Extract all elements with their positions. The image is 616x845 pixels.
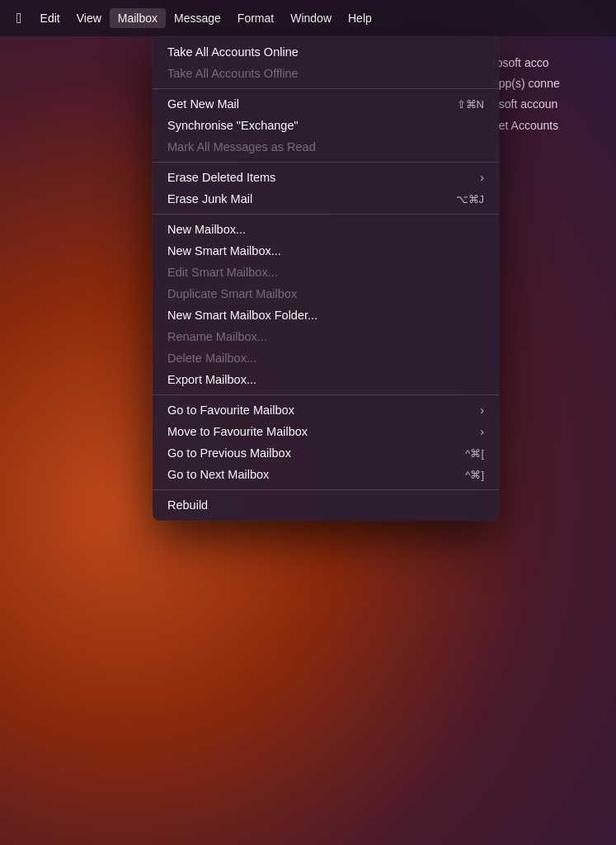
menu-item-delete-mailbox: Delete Mailbox...: [153, 347, 499, 369]
menu-item-new-smart-mailbox-folder[interactable]: New Smart Mailbox Folder...: [153, 304, 499, 326]
separator-5: [153, 489, 499, 490]
separator-3: [153, 214, 499, 215]
menu-item-new-smart-mailbox[interactable]: New Smart Mailbox...: [153, 240, 499, 262]
mailbox-dropdown-menu: Take All Accounts Online Take All Accoun…: [153, 36, 499, 521]
separator-4: [153, 394, 499, 395]
menu-item-export-mailbox[interactable]: Export Mailbox...: [153, 369, 499, 390]
menu-item-get-new-mail[interactable]: Get New Mail ⇧⌘N: [153, 93, 499, 115]
menu-item-mark-all-read: Mark All Messages as Read: [153, 136, 499, 158]
menu-view[interactable]: View: [68, 8, 110, 28]
menu-item-edit-smart-mailbox: Edit Smart Mailbox...: [153, 262, 499, 283]
menu-mailbox[interactable]: Mailbox: [110, 8, 166, 28]
bg-text-3: osoft accoun: [492, 94, 608, 115]
menu-item-rebuild[interactable]: Rebuild: [153, 494, 499, 516]
menu-item-take-all-offline: Take All Accounts Offline: [153, 63, 499, 84]
arrow-icon-go-favourite: ›: [480, 404, 484, 417]
bg-text-4: net Accounts: [492, 116, 608, 136]
menu-item-new-mailbox[interactable]: New Mailbox...: [153, 219, 499, 240]
menu-item-take-all-online[interactable]: Take All Accounts Online: [153, 41, 499, 63]
menu-item-erase-junk[interactable]: Erase Junk Mail ⌥⌘J: [153, 188, 499, 210]
menu-item-synchronise-exchange[interactable]: Synchronise "Exchange": [153, 115, 499, 136]
menu-message[interactable]: Message: [166, 8, 229, 28]
arrow-icon-erase-deleted: ›: [480, 171, 484, 184]
bg-text-1: rosoft acco: [492, 53, 608, 73]
menu-item-erase-deleted[interactable]: Erase Deleted Items ›: [153, 167, 499, 188]
menu-item-rename-mailbox: Rename Mailbox...: [153, 326, 499, 347]
menu-item-move-to-favourite[interactable]: Move to Favourite Mailbox ›: [153, 421, 499, 442]
menu-bar:  Edit View Mailbox Message Format Windo…: [0, 0, 616, 36]
menu-edit[interactable]: Edit: [32, 8, 68, 28]
bg-text-2: app(s) conne: [492, 73, 608, 94]
arrow-icon-move-favourite: ›: [480, 425, 484, 438]
apple-menu[interactable]: : [7, 7, 32, 31]
menu-item-go-next-mailbox[interactable]: Go to Next Mailbox ^⌘]: [153, 464, 499, 485]
separator-2: [153, 162, 499, 163]
menu-item-go-previous-mailbox[interactable]: Go to Previous Mailbox ^⌘[: [153, 442, 499, 464]
separator-1: [153, 88, 499, 89]
menu-item-go-to-favourite[interactable]: Go to Favourite Mailbox ›: [153, 399, 499, 421]
background-content: rosoft acco app(s) conne osoft accoun ne…: [484, 36, 616, 153]
menu-item-duplicate-smart-mailbox: Duplicate Smart Mailbox: [153, 283, 499, 304]
menu-help[interactable]: Help: [340, 8, 380, 28]
menu-window[interactable]: Window: [282, 8, 340, 28]
menu-format[interactable]: Format: [229, 8, 282, 28]
